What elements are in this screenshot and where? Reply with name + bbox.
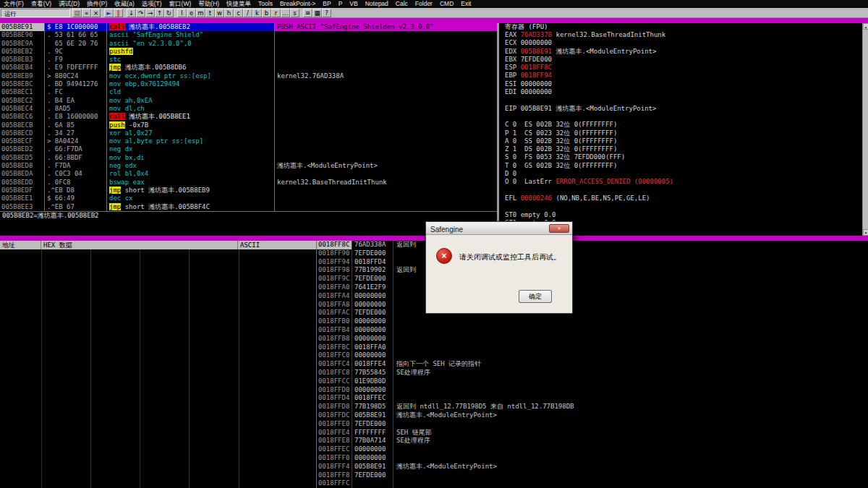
view-windows-button[interactable]: w bbox=[215, 9, 224, 17]
disasm-row[interactable]: 005B8EDA . C0C3 04 rol bl,0x4 bbox=[0, 170, 497, 178]
stack-row[interactable]: 0018FFE0 7EFDE000 bbox=[317, 420, 868, 429]
menu-item[interactable]: 窗口(W) bbox=[166, 0, 195, 8]
disasm-row[interactable]: 005B8EE1 $ 66:49 dec cx bbox=[0, 194, 497, 202]
view-cpu-button[interactable]: c bbox=[234, 9, 243, 17]
menu-item[interactable]: 查看(V) bbox=[27, 0, 55, 8]
trace-over-button[interactable]: → bbox=[145, 9, 155, 17]
pause-button[interactable]: ‖ bbox=[114, 9, 123, 17]
view-references-button[interactable]: r bbox=[271, 9, 281, 17]
hexdump-body[interactable] bbox=[0, 249, 316, 488]
restart-button[interactable]: « bbox=[82, 9, 91, 17]
disasm-row[interactable]: 005B8EC2 . B4 EA mov ah,0xEA bbox=[0, 97, 497, 105]
menu-item[interactable]: 帮助(H) bbox=[195, 0, 223, 8]
stack-row[interactable]: 0018FF9C 7EFDE000 bbox=[317, 275, 868, 283]
menu-item[interactable]: Notepad bbox=[362, 0, 392, 8]
disasm-row[interactable]: 005B8EC1 . FC cld bbox=[0, 88, 497, 96]
stack-row[interactable]: 0018FFB4 00000000 bbox=[317, 326, 868, 335]
stack-row[interactable]: 0018FFD0 00000000 bbox=[317, 386, 868, 395]
menu-item[interactable]: CMD bbox=[436, 0, 457, 8]
register-row[interactable] bbox=[499, 202, 862, 210]
register-row[interactable]: EDI 00000000 bbox=[499, 88, 862, 96]
registers-panel[interactable]: 寄存器 (FPU) EAX 76AD3378 kernel32.BaseThre… bbox=[499, 23, 862, 236]
stack-row[interactable]: 0018FFD4 0018FFEC bbox=[317, 394, 868, 403]
disasm-row[interactable]: 005B8EB3 . F9 stc bbox=[0, 56, 497, 64]
disasm-row[interactable]: 005B8ED5 . 66:8BDF mov bx,di bbox=[0, 154, 497, 162]
register-row[interactable]: P 1 CS 0023 32位 0(FFFFFFFF) bbox=[499, 129, 862, 137]
stack-row[interactable]: 0018FFE8 77B0A714 SE处理程序 bbox=[317, 437, 868, 445]
options-button[interactable]: ≡ bbox=[303, 9, 312, 17]
view-source-button[interactable]: s bbox=[290, 9, 299, 17]
stack-row[interactable]: 0018FFCC 01E9DB0D bbox=[317, 377, 868, 386]
register-row[interactable]: ESP 0018FF8C bbox=[499, 64, 862, 72]
close-program-button[interactable]: × bbox=[91, 9, 101, 17]
stack-row[interactable]: 0018FFE4 FFFFFFFF SEH 链尾部 bbox=[317, 429, 868, 437]
step-into-button[interactable]: ↓ bbox=[127, 9, 136, 17]
view-patches-button[interactable]: / bbox=[243, 9, 252, 17]
menu-item[interactable]: BP bbox=[319, 0, 334, 8]
register-row[interactable]: EDX 005B8E91 潍坊惠丰.<ModuleEntryPoint> bbox=[499, 48, 862, 56]
register-row[interactable]: Z 1 DS 002B 32位 0(FFFFFFFF) bbox=[499, 145, 862, 153]
register-row[interactable]: ESI 00000000 bbox=[499, 80, 862, 88]
stack-row[interactable]: 0018FFF0 00000000 bbox=[317, 454, 868, 463]
menu-item[interactable]: BreakPoint-> bbox=[276, 0, 319, 8]
disassembly-panel[interactable]: 005B8E91 $ E8 1C000000 call 潍坊惠丰.005B8EB… bbox=[0, 23, 497, 236]
disasm-row[interactable]: 005B8E9A 65 6E 20 76 ascii "en v2.3.0.0"… bbox=[0, 40, 497, 48]
stack-row[interactable]: 0018FFC4 0018FFE4 指向下一个 SEH 记录的指针 bbox=[317, 360, 868, 369]
register-row[interactable]: ECX 00000000 bbox=[499, 39, 862, 47]
register-row[interactable]: ST0 empty 0.0 bbox=[499, 211, 862, 219]
stack-row[interactable]: 0018FFB0 00000000 bbox=[317, 317, 868, 326]
register-row[interactable]: EBX 7EFDE000 bbox=[499, 56, 862, 64]
disasm-row[interactable]: 005B8EC4 . 8AD5 mov dl,ch bbox=[0, 105, 497, 113]
menu-item[interactable]: 收藏(a) bbox=[111, 0, 137, 8]
stack-row[interactable]: 0018FFAC 7EFDE000 bbox=[317, 309, 868, 317]
stack-row[interactable]: 0018FF8C 76AD338A 返回到 bbox=[317, 241, 868, 249]
disasm-row[interactable]: 005B8EB4 . E9 FDFEFFFF jmp 潍坊惠丰.005B8DB6 bbox=[0, 64, 497, 72]
register-row[interactable]: O 0 LastErr ERROR_ACCESS_DENIED (0000000… bbox=[499, 178, 862, 186]
disasm-row[interactable]: 005B8ECF > 8A0424 mov al,byte ptr ss:[es… bbox=[0, 137, 497, 145]
hexdump-panel[interactable]: 地址 HEX 数据 ASCII bbox=[0, 241, 316, 488]
stack-row[interactable]: 0018FFA8 00000000 bbox=[317, 301, 868, 309]
register-row[interactable]: D 0 bbox=[499, 170, 862, 178]
register-row[interactable] bbox=[499, 96, 862, 104]
stack-row[interactable]: 0018FFF8 7EFDE000 bbox=[317, 471, 868, 480]
dialog-titlebar[interactable]: Safengine × bbox=[426, 222, 572, 235]
stack-row[interactable]: 0018FFC8 77B55845 SE处理程序 bbox=[317, 369, 868, 377]
disasm-row[interactable]: 005B8E96 . 53 61 66 65 ascii "SafEngine … bbox=[0, 31, 497, 39]
view-executables-button[interactable]: e bbox=[187, 9, 196, 17]
menu-item[interactable]: P bbox=[335, 0, 346, 8]
register-row[interactable]: A 0 SS 002B 32位 0(FFFFFFFF) bbox=[499, 137, 862, 145]
stack-row[interactable]: 0018FFC0 00000000 bbox=[317, 351, 868, 360]
menu-item[interactable]: 文件(F) bbox=[0, 0, 27, 8]
scroll-up-icon[interactable]: ▲ bbox=[863, 23, 868, 30]
ok-button[interactable]: 确定 bbox=[519, 290, 552, 303]
menu-item[interactable]: 调试(D) bbox=[55, 0, 83, 8]
view-callstack-button[interactable]: k bbox=[252, 9, 262, 17]
stack-row[interactable]: 0018FFF4 005B8E91 潍坊惠丰.<ModuleEntryPoint… bbox=[317, 463, 868, 471]
stack-row[interactable]: 0018FFB8 00000000 bbox=[317, 335, 868, 343]
appearance-button[interactable]: ▦ bbox=[312, 9, 322, 17]
menu-item[interactable]: Exit bbox=[457, 0, 475, 8]
stack-row[interactable]: 0018FFA4 00000000 bbox=[317, 292, 868, 301]
registers-scrollbar[interactable]: ▲ ▼ bbox=[862, 23, 868, 236]
menu-item[interactable]: Tools bbox=[255, 0, 276, 8]
stack-row[interactable]: 0018FFDC 005B8E91 潍坊惠丰.<ModuleEntryPoint… bbox=[317, 411, 868, 420]
menu-item[interactable]: VB bbox=[346, 0, 361, 8]
menu-item[interactable]: 插件(P) bbox=[83, 0, 111, 8]
disasm-row[interactable]: 005B8EC6 . E8 16000000 call 潍坊惠丰.005B8EE… bbox=[0, 113, 497, 121]
view-memory-button[interactable]: m bbox=[196, 9, 205, 17]
disasm-row[interactable]: 005B8EE3 .^EB 67 jmp short 潍坊惠丰.005B8F4C bbox=[0, 203, 497, 211]
disasm-row[interactable]: 005B8EDF .^EB D8 jmp short 潍坊惠丰.005B8EB9 bbox=[0, 187, 497, 194]
scroll-down-icon[interactable]: ▼ bbox=[863, 229, 868, 236]
stack-row[interactable]: 0018FF90 7EFDE000 bbox=[317, 249, 868, 258]
step-over-button[interactable]: ↷ bbox=[136, 9, 145, 17]
register-row[interactable] bbox=[499, 113, 862, 121]
view-breakpoints-button[interactable]: b bbox=[262, 9, 271, 17]
disasm-row[interactable]: 005B8E91 $ E8 1C000000 call 潍坊惠丰.005B8EB… bbox=[0, 23, 497, 31]
stack-row[interactable]: 0018FFA0 7641E2F9 bbox=[317, 283, 868, 292]
disasm-row[interactable]: 005B8ECB . 6A 85 push -0x7B bbox=[0, 121, 497, 129]
help-button[interactable]: ? bbox=[322, 9, 331, 17]
until-return-button[interactable]: ↑ bbox=[155, 9, 164, 17]
register-row[interactable]: C 0 ES 002B 32位 0(FFFFFFFF) bbox=[499, 121, 862, 129]
stack-row[interactable]: 0018FFD8 77B198D5 返回到 ntdll_12.77B198D5 … bbox=[317, 403, 868, 411]
menu-item[interactable]: 选项(T) bbox=[138, 0, 166, 8]
